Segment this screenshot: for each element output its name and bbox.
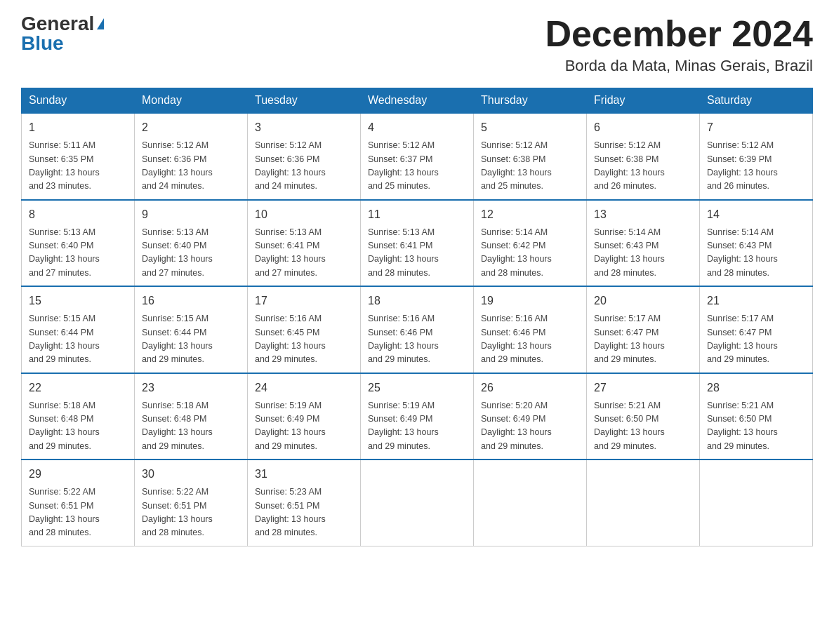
- header: General Blue December 2024 Borda da Mata…: [21, 14, 813, 75]
- day-number: 9: [142, 206, 240, 223]
- day-number: 10: [255, 206, 353, 223]
- logo: General Blue: [21, 14, 104, 53]
- week-row-3: 15Sunrise: 5:15 AMSunset: 6:44 PMDayligh…: [22, 286, 813, 373]
- calendar-cell: 10Sunrise: 5:13 AMSunset: 6:41 PMDayligh…: [248, 200, 361, 287]
- weekday-header-thursday: Thursday: [474, 88, 587, 114]
- day-number: 26: [481, 380, 579, 396]
- day-info: Sunrise: 5:14 AMSunset: 6:43 PMDaylight:…: [707, 226, 805, 281]
- day-number: 23: [142, 380, 240, 396]
- day-info: Sunrise: 5:13 AMSunset: 6:40 PMDaylight:…: [142, 226, 240, 281]
- calendar-cell: 19Sunrise: 5:16 AMSunset: 6:46 PMDayligh…: [474, 286, 587, 373]
- calendar-cell: 18Sunrise: 5:16 AMSunset: 6:46 PMDayligh…: [361, 286, 474, 373]
- day-info: Sunrise: 5:12 AMSunset: 6:39 PMDaylight:…: [707, 139, 805, 194]
- day-info: Sunrise: 5:20 AMSunset: 6:49 PMDaylight:…: [481, 399, 579, 454]
- calendar-cell: 31Sunrise: 5:23 AMSunset: 6:51 PMDayligh…: [248, 459, 361, 546]
- day-info: Sunrise: 5:12 AMSunset: 6:36 PMDaylight:…: [142, 139, 240, 194]
- day-info: Sunrise: 5:11 AMSunset: 6:35 PMDaylight:…: [29, 139, 127, 194]
- day-number: 3: [255, 119, 353, 136]
- day-info: Sunrise: 5:13 AMSunset: 6:41 PMDaylight:…: [368, 226, 466, 281]
- day-number: 8: [29, 206, 127, 223]
- day-info: Sunrise: 5:13 AMSunset: 6:41 PMDaylight:…: [255, 226, 353, 281]
- day-number: 31: [255, 466, 353, 483]
- calendar-cell: 28Sunrise: 5:21 AMSunset: 6:50 PMDayligh…: [700, 373, 813, 460]
- calendar-cell: 17Sunrise: 5:16 AMSunset: 6:45 PMDayligh…: [248, 286, 361, 373]
- day-number: 6: [594, 119, 692, 136]
- day-info: Sunrise: 5:17 AMSunset: 6:47 PMDaylight:…: [707, 312, 805, 367]
- day-number: 12: [481, 206, 579, 223]
- calendar-cell: 21Sunrise: 5:17 AMSunset: 6:47 PMDayligh…: [700, 286, 813, 373]
- calendar-cell: 30Sunrise: 5:22 AMSunset: 6:51 PMDayligh…: [135, 459, 248, 546]
- day-number: 5: [481, 119, 579, 136]
- day-number: 22: [29, 380, 127, 396]
- weekday-header-friday: Friday: [587, 88, 700, 114]
- day-info: Sunrise: 5:12 AMSunset: 6:37 PMDaylight:…: [368, 139, 466, 194]
- calendar-cell: 20Sunrise: 5:17 AMSunset: 6:47 PMDayligh…: [587, 286, 700, 373]
- calendar-cell: 11Sunrise: 5:13 AMSunset: 6:41 PMDayligh…: [361, 200, 474, 287]
- day-number: 7: [707, 119, 805, 136]
- day-number: 14: [707, 206, 805, 223]
- month-title: December 2024: [545, 14, 813, 54]
- weekday-header-saturday: Saturday: [700, 88, 813, 114]
- day-info: Sunrise: 5:12 AMSunset: 6:38 PMDaylight:…: [481, 139, 579, 194]
- calendar-cell: 2Sunrise: 5:12 AMSunset: 6:36 PMDaylight…: [135, 113, 248, 200]
- calendar-cell: 24Sunrise: 5:19 AMSunset: 6:49 PMDayligh…: [248, 373, 361, 460]
- calendar-cell: 9Sunrise: 5:13 AMSunset: 6:40 PMDaylight…: [135, 200, 248, 287]
- day-info: Sunrise: 5:12 AMSunset: 6:38 PMDaylight:…: [594, 139, 692, 194]
- day-number: 30: [142, 466, 240, 483]
- weekday-header-tuesday: Tuesday: [248, 88, 361, 114]
- day-number: 27: [594, 380, 692, 396]
- calendar-cell: 8Sunrise: 5:13 AMSunset: 6:40 PMDaylight…: [22, 200, 135, 287]
- calendar-cell: 4Sunrise: 5:12 AMSunset: 6:37 PMDaylight…: [361, 113, 474, 200]
- day-number: 24: [255, 380, 353, 396]
- calendar-cell: 22Sunrise: 5:18 AMSunset: 6:48 PMDayligh…: [22, 373, 135, 460]
- calendar-cell: 13Sunrise: 5:14 AMSunset: 6:43 PMDayligh…: [587, 200, 700, 287]
- logo-triangle-icon: [97, 18, 104, 29]
- day-number: 19: [481, 293, 579, 309]
- week-row-1: 1Sunrise: 5:11 AMSunset: 6:35 PMDaylight…: [22, 113, 813, 200]
- calendar-cell: 3Sunrise: 5:12 AMSunset: 6:36 PMDaylight…: [248, 113, 361, 200]
- day-number: 15: [29, 293, 127, 309]
- day-info: Sunrise: 5:16 AMSunset: 6:45 PMDaylight:…: [255, 312, 353, 367]
- location-subtitle: Borda da Mata, Minas Gerais, Brazil: [545, 57, 813, 75]
- day-number: 20: [594, 293, 692, 309]
- day-number: 17: [255, 293, 353, 309]
- week-row-4: 22Sunrise: 5:18 AMSunset: 6:48 PMDayligh…: [22, 373, 813, 460]
- calendar-cell: 1Sunrise: 5:11 AMSunset: 6:35 PMDaylight…: [22, 113, 135, 200]
- day-number: 16: [142, 293, 240, 309]
- day-number: 21: [707, 293, 805, 309]
- calendar-cell: [700, 459, 813, 546]
- day-info: Sunrise: 5:15 AMSunset: 6:44 PMDaylight:…: [142, 312, 240, 367]
- week-row-2: 8Sunrise: 5:13 AMSunset: 6:40 PMDaylight…: [22, 200, 813, 287]
- calendar-cell: 15Sunrise: 5:15 AMSunset: 6:44 PMDayligh…: [22, 286, 135, 373]
- calendar-table: SundayMondayTuesdayWednesdayThursdayFrid…: [21, 88, 813, 546]
- day-number: 28: [707, 380, 805, 396]
- week-row-5: 29Sunrise: 5:22 AMSunset: 6:51 PMDayligh…: [22, 459, 813, 546]
- calendar-cell: 6Sunrise: 5:12 AMSunset: 6:38 PMDaylight…: [587, 113, 700, 200]
- day-number: 1: [29, 119, 127, 136]
- weekday-header-wednesday: Wednesday: [361, 88, 474, 114]
- day-info: Sunrise: 5:14 AMSunset: 6:43 PMDaylight:…: [594, 226, 692, 281]
- calendar-cell: 7Sunrise: 5:12 AMSunset: 6:39 PMDaylight…: [700, 113, 813, 200]
- calendar-cell: 12Sunrise: 5:14 AMSunset: 6:42 PMDayligh…: [474, 200, 587, 287]
- day-number: 4: [368, 119, 466, 136]
- weekday-header-sunday: Sunday: [22, 88, 135, 114]
- day-info: Sunrise: 5:12 AMSunset: 6:36 PMDaylight:…: [255, 139, 353, 194]
- day-number: 18: [368, 293, 466, 309]
- logo-blue-text: Blue: [21, 34, 64, 53]
- day-number: 25: [368, 380, 466, 396]
- day-info: Sunrise: 5:19 AMSunset: 6:49 PMDaylight:…: [255, 399, 353, 454]
- calendar-cell: 23Sunrise: 5:18 AMSunset: 6:48 PMDayligh…: [135, 373, 248, 460]
- day-number: 13: [594, 206, 692, 223]
- day-info: Sunrise: 5:23 AMSunset: 6:51 PMDaylight:…: [255, 485, 353, 540]
- day-info: Sunrise: 5:17 AMSunset: 6:47 PMDaylight:…: [594, 312, 692, 367]
- day-info: Sunrise: 5:19 AMSunset: 6:49 PMDaylight:…: [368, 399, 466, 454]
- day-info: Sunrise: 5:21 AMSunset: 6:50 PMDaylight:…: [594, 399, 692, 454]
- day-info: Sunrise: 5:18 AMSunset: 6:48 PMDaylight:…: [142, 399, 240, 454]
- calendar-cell: 29Sunrise: 5:22 AMSunset: 6:51 PMDayligh…: [22, 459, 135, 546]
- weekday-header-monday: Monday: [135, 88, 248, 114]
- day-info: Sunrise: 5:16 AMSunset: 6:46 PMDaylight:…: [481, 312, 579, 367]
- day-info: Sunrise: 5:18 AMSunset: 6:48 PMDaylight:…: [29, 399, 127, 454]
- day-info: Sunrise: 5:14 AMSunset: 6:42 PMDaylight:…: [481, 226, 579, 281]
- logo-general-text: General: [21, 14, 94, 34]
- day-number: 11: [368, 206, 466, 223]
